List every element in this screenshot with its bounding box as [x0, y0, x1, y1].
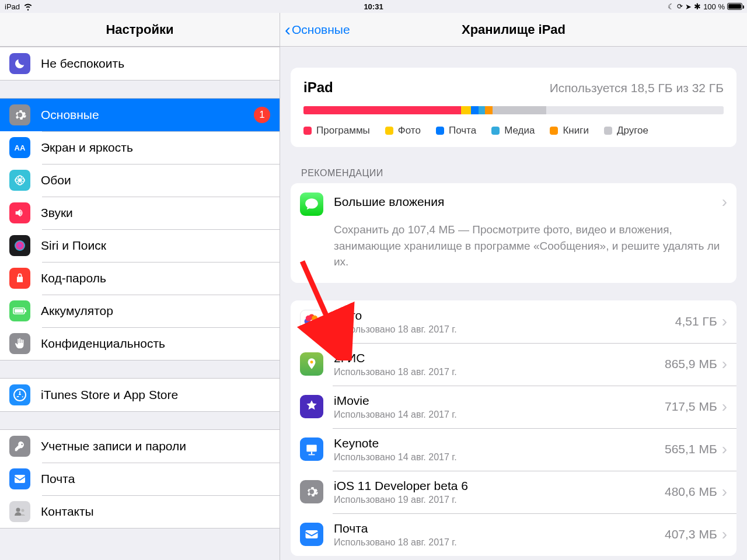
sidebar-item-обои[interactable]: Обои	[0, 164, 280, 197]
app-size: 4,51 ГБ	[675, 314, 717, 328]
sidebar-item-учетные-записи-и-пароли[interactable]: Учетные записи и пароли	[0, 430, 280, 463]
battery-percentage: 100 %	[703, 2, 725, 11]
app-row-фото[interactable]: ФотоИспользовано 18 авг. 2017 г.4,51 ГБ›	[291, 300, 736, 343]
sidebar-header: Настройки	[0, 13, 280, 47]
battery-icon	[9, 300, 30, 321]
sidebar-item-label: Аккумулятор	[41, 304, 270, 318]
app-name: Keynote	[334, 436, 665, 450]
legend-label: Книги	[563, 125, 588, 136]
app-row-keynote[interactable]: KeynoteИспользовано 14 авг. 2017 г.565,1…	[291, 428, 736, 471]
chevron-right-icon: ›	[722, 525, 727, 544]
orientation-lock-icon: ⟳	[677, 2, 683, 10]
storage-segment	[461, 106, 471, 114]
app-last-used: Использовано 14 авг. 2017 г.	[334, 452, 665, 463]
app-size: 407,3 МБ	[665, 527, 717, 541]
svg-rect-25	[309, 454, 315, 456]
back-button[interactable]: ‹ Основные	[280, 23, 350, 37]
svg-rect-23	[306, 445, 316, 452]
svg-rect-11	[15, 475, 25, 483]
storage-device-name: iPad	[303, 79, 333, 96]
sidebar-item-конфиденциальность[interactable]: Конфиденциальность	[0, 327, 280, 360]
app-icon	[300, 480, 323, 503]
legend-label: Другое	[617, 125, 648, 136]
app-size: 865,9 МБ	[665, 357, 717, 371]
sidebar-item-код-пароль[interactable]: Код-пароль	[0, 262, 280, 295]
battery-icon	[727, 3, 742, 10]
siri-icon	[9, 235, 30, 256]
back-label: Основные	[292, 23, 350, 37]
appstore-icon	[9, 384, 30, 405]
recommendation-large-attachments[interactable]: Большие вложения › Сохранить до 107,4 МБ…	[291, 183, 736, 283]
chevron-right-icon: ›	[722, 312, 727, 331]
legend-label: Почта	[449, 125, 476, 136]
sidebar-item-почта[interactable]: Почта	[0, 463, 280, 495]
sidebar-item-label: Код-пароль	[41, 271, 270, 285]
svg-point-12	[16, 508, 20, 512]
app-icon	[300, 395, 323, 418]
app-icon	[300, 352, 323, 376]
legend-item: Почта	[436, 125, 476, 136]
detail-pane: ‹ Основные Хранилище iPad iPad Используе…	[280, 13, 747, 560]
sidebar-item-label: Не беспокоить	[41, 57, 270, 71]
sidebar-item-label: Основные	[41, 108, 254, 122]
messages-icon	[300, 192, 323, 216]
clock: 10:31	[364, 2, 383, 11]
app-size: 717,5 МБ	[665, 400, 717, 414]
gear-icon	[9, 104, 30, 125]
sidebar-item-контакты[interactable]: Контакты	[0, 495, 280, 528]
legend-label: Медиа	[504, 125, 535, 136]
legend-swatch	[436, 127, 444, 135]
storage-usage-text: Используется 18,5 ГБ из 32 ГБ	[550, 81, 724, 95]
detail-navbar: ‹ Основные Хранилище iPad	[280, 13, 747, 47]
sidebar-item-аккумулятор[interactable]: Аккумулятор	[0, 295, 280, 327]
storage-segment	[479, 106, 485, 114]
page-title: Хранилище iPad	[462, 22, 566, 37]
app-last-used: Использовано 18 авг. 2017 г.	[334, 324, 675, 335]
storage-bar	[303, 106, 724, 114]
app-icon	[300, 438, 323, 461]
legend-swatch	[491, 127, 500, 135]
sidebar-item-экран-и-яркость[interactable]: AAЭкран и яркость	[0, 131, 280, 164]
lock-icon	[9, 268, 30, 289]
recommendations-header: РЕКОМЕНДАЦИИ	[301, 168, 747, 178]
speaker-icon	[9, 202, 30, 223]
legend-label: Фото	[398, 125, 421, 136]
storage-segment	[303, 106, 461, 114]
app-name: 2ГИС	[334, 351, 665, 365]
sidebar-item-основные[interactable]: Основные1	[0, 99, 280, 131]
sidebar-item-label: Учетные записи и пароли	[41, 439, 270, 453]
legend-swatch	[385, 127, 393, 135]
app-row-ios 11 developer beta 6[interactable]: iOS 11 Developer beta 6Использовано 19 а…	[291, 471, 736, 513]
badge: 1	[254, 107, 270, 123]
bluetooth-icon: ✱	[694, 2, 701, 11]
app-size: 480,6 МБ	[665, 485, 717, 499]
legend-swatch	[303, 127, 312, 135]
contacts-icon	[9, 501, 30, 522]
app-row-2гис[interactable]: 2ГИСИспользовано 18 авг. 2017 г.865,9 МБ…	[291, 343, 736, 386]
sidebar-item-label: Звуки	[41, 206, 270, 220]
sidebar-item-не-беспокоить[interactable]: Не беспокоить	[0, 47, 280, 80]
sidebar-item-звуки[interactable]: Звуки	[0, 197, 280, 229]
legend-item: Книги	[550, 125, 588, 136]
legend-swatch	[550, 127, 558, 135]
sidebar-item-label: Обои	[41, 173, 270, 187]
legend-item: Другое	[604, 125, 648, 136]
sidebar-item-label: iTunes Store и App Store	[41, 388, 270, 402]
app-storage-list: ФотоИспользовано 18 авг. 2017 г.4,51 ГБ›…	[291, 300, 736, 556]
svg-point-22	[310, 360, 313, 363]
storage-segment	[485, 106, 493, 114]
chevron-right-icon: ›	[722, 192, 727, 211]
app-row-imovie[interactable]: iMovieИспользовано 14 авг. 2017 г.717,5 …	[291, 386, 736, 428]
mail-icon	[9, 468, 30, 489]
location-icon: ➤	[685, 2, 692, 11]
sidebar-item-siri-и-поиск[interactable]: Siri и Поиск	[0, 229, 280, 262]
app-row-почта[interactable]: ПочтаИспользовано 18 авг. 2017 г.407,3 М…	[291, 513, 736, 556]
app-name: iMovie	[334, 394, 665, 408]
dnd-icon: ☾	[668, 2, 675, 11]
app-last-used: Использовано 18 авг. 2017 г.	[334, 367, 665, 377]
hand-icon	[9, 333, 30, 354]
legend-label: Программы	[316, 125, 370, 136]
svg-rect-24	[311, 452, 312, 454]
app-last-used: Использовано 14 авг. 2017 г.	[334, 410, 665, 420]
sidebar-item-itunes-store-и-app-store[interactable]: iTunes Store и App Store	[0, 379, 280, 411]
